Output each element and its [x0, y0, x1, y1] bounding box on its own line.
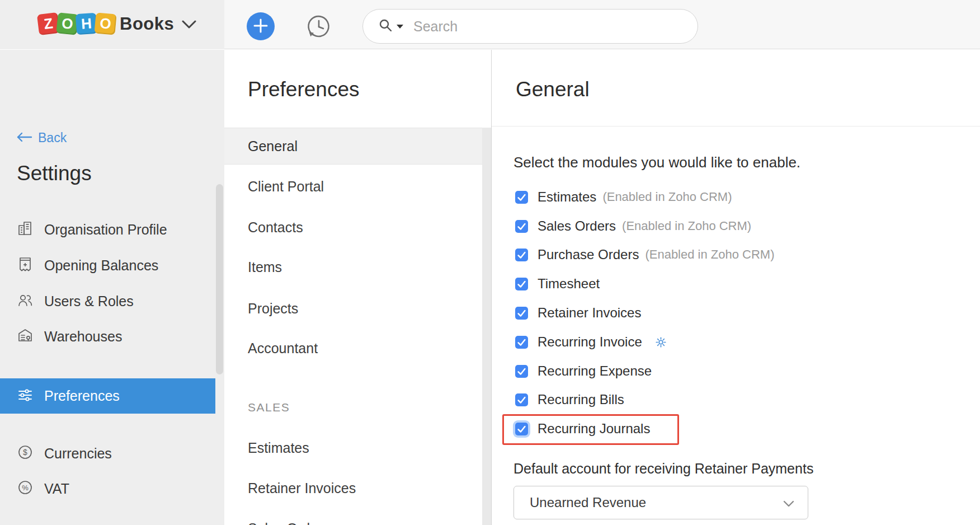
nav-item-label: Retainer Invoices — [248, 480, 356, 496]
history-clock-icon — [306, 32, 332, 41]
module-note: (Enabled in Zoho CRM) — [602, 190, 732, 204]
sidebar-item-users-roles[interactable]: Users & Roles — [0, 290, 215, 312]
search-scope-caret-icon[interactable] — [397, 25, 403, 29]
sidebar-scrollbar-thumb[interactable] — [216, 184, 223, 374]
module-row-timesheet: Timesheet — [515, 276, 600, 291]
sidebar-item-vat[interactable]: % VAT — [0, 477, 215, 500]
warehouse-icon — [17, 327, 34, 346]
module-row-retainer-invoices: Retainer Invoices — [515, 306, 641, 320]
sidebar-item-label: Currencies — [44, 446, 112, 462]
svg-text:$: $ — [23, 448, 27, 457]
preferences-nav-item-accountant[interactable]: Accountant — [224, 340, 482, 357]
sidebar-item-opening-balances[interactable]: Opening Balances — [0, 254, 215, 276]
nav-section-header-sales: SALES — [248, 400, 416, 415]
checkbox-checked[interactable] — [515, 307, 528, 320]
checkbox-checked[interactable] — [515, 191, 528, 204]
sidebar-item-label: Preferences — [44, 388, 120, 404]
users-icon — [17, 292, 34, 311]
sidebar-item-label: Organisation Profile — [44, 222, 167, 238]
checkbox-checked[interactable] — [515, 220, 528, 233]
checkbox-checked[interactable] — [515, 336, 528, 349]
app-root: Z O H O Books — [0, 0, 980, 525]
divider — [492, 126, 980, 126]
page-title: General — [516, 78, 590, 101]
zoho-books-logo[interactable]: Z O H O Books — [38, 13, 196, 34]
nav-item-label: Sales Orders — [248, 521, 329, 525]
sliders-icon — [17, 387, 34, 406]
preferences-nav-scrollbar[interactable] — [482, 128, 492, 525]
plus-icon — [253, 18, 268, 35]
preferences-panel-title: Preferences — [248, 78, 360, 101]
svg-text:%: % — [22, 484, 29, 492]
settings-sidebar: Back Settings Organisation Profile — [0, 50, 224, 525]
sidebar-item-label: Warehouses — [44, 329, 122, 345]
quick-create-button[interactable] — [247, 12, 275, 40]
preferences-nav-item-general[interactable]: General — [224, 128, 482, 165]
back-link[interactable]: Back — [16, 130, 67, 146]
nav-item-label: Client Portal — [248, 179, 324, 195]
recurring-journals-highlight-box — [502, 414, 679, 445]
search-input[interactable] — [413, 18, 659, 35]
module-label: Recurring Invoice — [538, 334, 642, 350]
sidebar-item-warehouses[interactable]: Warehouses — [0, 325, 215, 348]
nav-item-label: Accountant — [248, 340, 318, 357]
sidebar-item-label: Users & Roles — [44, 293, 134, 310]
module-row-recurring-bills: Recurring Bills — [515, 392, 624, 407]
checkbox-checked[interactable] — [515, 365, 528, 378]
module-label: Recurring Expense — [538, 363, 652, 379]
sidebar-title: Settings — [17, 162, 92, 185]
nav-item-label: General — [248, 138, 298, 154]
default-account-select[interactable]: Unearned Revenue — [513, 486, 808, 519]
ledger-document-icon — [17, 256, 34, 275]
module-label: Estimates — [538, 189, 596, 205]
modules-prompt: Select the modules you would like to ena… — [513, 154, 800, 171]
sidebar-item-label: Opening Balances — [44, 257, 158, 274]
building-icon — [17, 220, 34, 239]
checkbox-checked[interactable] — [515, 393, 528, 406]
search-bar — [362, 9, 698, 44]
logo-product-name: Books — [120, 14, 174, 34]
sidebar-item-preferences[interactable]: Preferences — [0, 378, 215, 414]
recent-history-button[interactable] — [306, 13, 332, 39]
module-label: Purchase Orders — [538, 247, 639, 262]
preferences-nav-item-projects[interactable]: Projects — [224, 300, 482, 317]
module-row-recurring-expense: Recurring Expense — [515, 364, 652, 378]
preferences-nav-item-client-portal[interactable]: Client Portal — [224, 178, 482, 195]
module-note: (Enabled in Zoho CRM) — [622, 219, 751, 233]
top-bar: Z O H O Books — [0, 0, 980, 49]
sidebar-item-label: VAT — [44, 481, 69, 497]
preferences-nav-item-retainer-invoices[interactable]: Retainer Invoices — [224, 480, 482, 496]
preferences-nav-item-contacts[interactable]: Contacts — [224, 219, 482, 236]
module-row-estimates: Estimates (Enabled in Zoho CRM) — [515, 190, 732, 204]
back-label: Back — [38, 130, 67, 146]
logo-letter-h: H — [76, 13, 97, 35]
preferences-nav-item-estimates[interactable]: Estimates — [224, 439, 482, 456]
default-account-label: Default account for receiving Retainer P… — [513, 461, 813, 477]
module-label: Retainer Invoices — [538, 305, 641, 321]
chevron-down-icon — [783, 500, 794, 510]
preferences-nav-item-sales-orders[interactable]: Sales Orders — [224, 520, 482, 525]
module-label: Recurring Bills — [538, 392, 624, 407]
general-settings-panel: General Select the modules you would lik… — [492, 50, 980, 525]
preferences-nav-panel: Preferences General Client Portal Contac… — [224, 50, 492, 525]
dollar-circle-icon: $ — [17, 444, 34, 463]
nav-item-label: Estimates — [248, 440, 309, 456]
module-label: Sales Orders — [538, 218, 616, 234]
logo-letter-o2: O — [94, 12, 116, 35]
sidebar-item-currencies[interactable]: $ Currencies — [0, 442, 215, 465]
nav-item-label: Projects — [248, 301, 298, 317]
sidebar-item-organisation-profile[interactable]: Organisation Profile — [0, 218, 215, 241]
percent-circle-icon: % — [17, 479, 34, 498]
checkbox-checked[interactable] — [515, 278, 528, 290]
default-account-value: Unearned Revenue — [530, 495, 646, 510]
preferences-nav-item-items[interactable]: Items — [224, 259, 482, 275]
chevron-down-icon[interactable] — [182, 20, 196, 31]
module-row-sales-orders: Sales Orders (Enabled in Zoho CRM) — [515, 219, 751, 233]
nav-item-label: Contacts — [248, 219, 303, 236]
checkbox-checked[interactable] — [515, 249, 528, 261]
search-icon — [379, 18, 392, 34]
module-row-purchase-orders: Purchase Orders (Enabled in Zoho CRM) — [515, 247, 775, 262]
gear-icon[interactable] — [656, 337, 666, 348]
module-row-recurring-invoice: Recurring Invoice — [515, 335, 666, 349]
nav-item-label: Items — [248, 259, 282, 275]
